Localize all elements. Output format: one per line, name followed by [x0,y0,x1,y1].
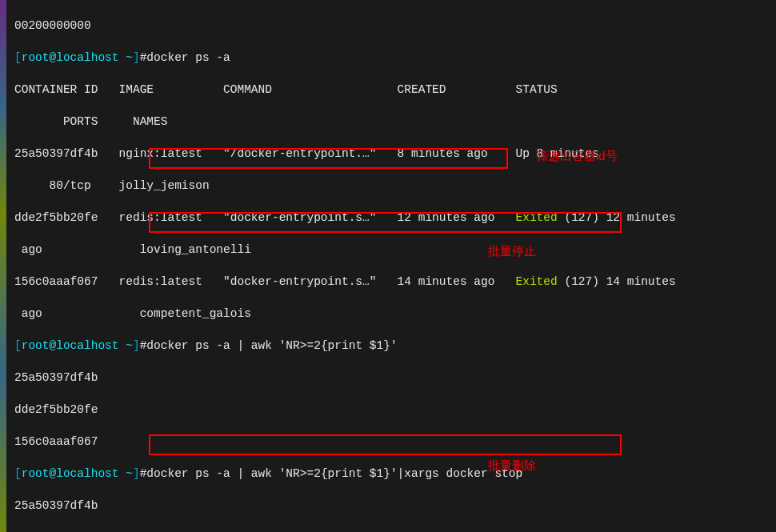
output-line: 25a50397df4b [14,498,768,514]
annotation-rm: 批量删除 [488,458,536,473]
prompt-line: [root@localhost ~]#docker ps -a | awk 'N… [14,338,768,354]
terminal-output[interactable]: 00200000000 [root@localhost ~]#docker ps… [0,0,776,532]
table-row: ago competent_galois [14,306,768,322]
annotation-filter: 筛选出容器id号 [536,149,618,163]
prompt-line: [root@localhost ~]#docker ps -a | awk 'N… [14,466,768,482]
table-header: PORTS NAMES [14,114,768,130]
table-row: dde2f5bb20fe redis:latest "docker-entryp… [14,210,768,226]
prompt-line: [root@localhost ~]#docker ps -a [14,50,768,66]
output-line: 25a50397df4b [14,370,768,386]
annotation-stop: 批量停止 [488,244,536,258]
table-row: 156c0aaaf067 redis:latest "docker-entryp… [14,274,768,290]
table-row: 25a50397df4b nginx:latest "/docker-entry… [14,146,768,162]
table-header: CONTAINER ID IMAGE COMMAND CREATED STATU… [14,82,768,98]
table-row: ago loving_antonelli [14,242,768,258]
output-line: 00200000000 [14,18,768,34]
output-line: 156c0aaaf067 [14,434,768,450]
table-row: 80/tcp jolly_jemison [14,178,768,194]
output-line: dde2f5bb20fe [14,402,768,418]
